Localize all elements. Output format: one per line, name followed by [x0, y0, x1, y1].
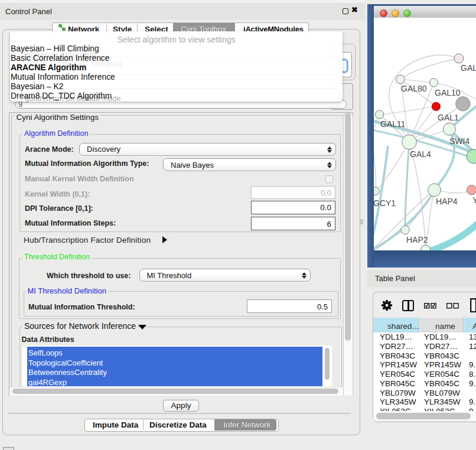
svg-text:GAL1: GAL1 [438, 113, 459, 122]
svg-text:GAL4: GAL4 [410, 149, 431, 159]
svg-text:SWI4: SWI4 [449, 136, 470, 146]
svg-text:GAL11: GAL11 [380, 119, 406, 129]
svg-text:GAL: GAL [461, 63, 476, 73]
svg-text:GCY1: GCY1 [374, 198, 396, 208]
svg-text:GAL80: GAL80 [401, 84, 427, 93]
svg-text:HAP4: HAP4 [436, 197, 458, 206]
svg-text:HAP2: HAP2 [406, 235, 428, 244]
svg-text:GAL10: GAL10 [435, 88, 461, 97]
svg-text:Y: Y [472, 195, 476, 205]
